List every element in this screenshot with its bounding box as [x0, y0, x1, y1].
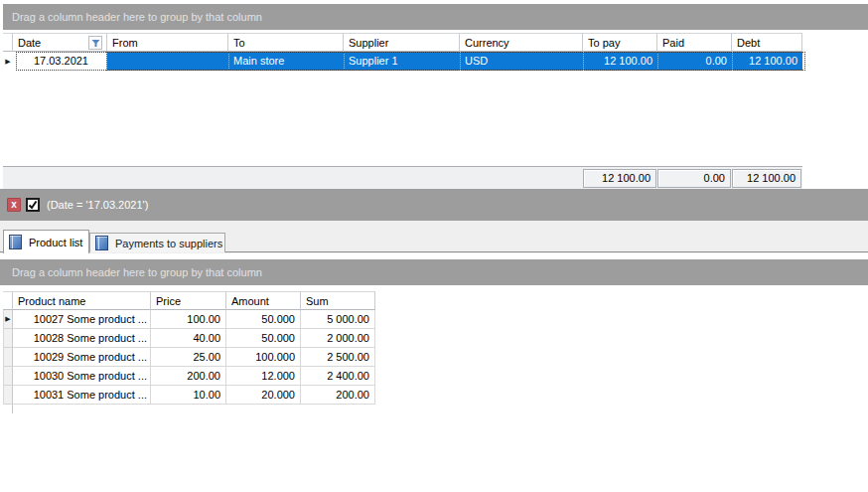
suppliers-row[interactable]: ▶ 17.03.2021 Main store Supplier 1 USD 1…	[3, 52, 802, 71]
filter-enabled-checkbox[interactable]	[26, 198, 40, 212]
products-group-by-panel: Drag a column header here to group by th…	[0, 259, 868, 285]
cell-price[interactable]: 100.00	[151, 310, 226, 329]
app-window: Drag a column header here to group by th…	[0, 0, 868, 492]
cell-product-name[interactable]: 10031 Some product ...	[13, 386, 151, 405]
column-header-to[interactable]: To	[228, 33, 344, 52]
cell-sum[interactable]: 2 500.00	[301, 348, 375, 367]
suppliers-header-row: Date From To Supplier Currency To pay Pa…	[3, 33, 802, 52]
row-indicator-cell: ▶	[3, 52, 13, 71]
funnel-glyph	[90, 38, 101, 49]
filter-expression-text: (Date = '17.03.2021')	[47, 189, 148, 221]
payments-tab-icon	[95, 236, 108, 250]
column-header-supplier[interactable]: Supplier	[344, 33, 460, 52]
row-indicator-cell: ▶	[3, 310, 13, 329]
filter-funnel-icon[interactable]	[88, 36, 102, 50]
column-header-from[interactable]: From	[107, 33, 228, 52]
cell-to-pay[interactable]: 12 100.00	[583, 52, 657, 71]
row-indicator-cell	[3, 367, 13, 386]
cell-sum[interactable]: 2 400.00	[301, 367, 375, 386]
focused-row-arrow-icon: ▶	[5, 315, 10, 323]
summary-debt: 12 100.00	[732, 169, 801, 188]
row-indicator-header	[3, 33, 13, 52]
cell-paid[interactable]: 0.00	[657, 52, 732, 71]
row-indicator-cell	[3, 329, 13, 348]
product-row[interactable]: ▶ 10027 Some product ... 100.00 50.000 5…	[3, 310, 375, 329]
focused-row-arrow-icon: ▶	[5, 58, 10, 66]
suppliers-group-by-panel: Drag a column header here to group by th…	[3, 4, 868, 30]
column-header-sum[interactable]: Sum	[301, 291, 375, 310]
indicator-column-edge	[12, 405, 13, 413]
product-row[interactable]: 10030 Some product ... 200.00 12.000 2 4…	[3, 367, 375, 386]
products-header-row: Product name Price Amount Sum	[3, 291, 375, 310]
cell-currency[interactable]: USD	[460, 52, 583, 71]
cell-product-name[interactable]: 10029 Some product ...	[13, 348, 151, 367]
cell-from[interactable]	[107, 52, 228, 71]
cell-debt[interactable]: 12 100.00	[732, 52, 802, 71]
cell-date[interactable]: 17.03.2021	[13, 52, 107, 71]
tab-payments-label: Payments to suppliers	[115, 238, 222, 249]
cell-amount[interactable]: 50.000	[226, 329, 301, 348]
cell-sum[interactable]: 200.00	[301, 386, 375, 405]
cell-price[interactable]: 25.00	[151, 348, 226, 367]
cell-price[interactable]: 200.00	[151, 367, 226, 386]
cell-sum[interactable]: 2 000.00	[301, 329, 375, 348]
cell-to[interactable]: Main store	[228, 52, 344, 71]
row-indicator-cell	[3, 348, 13, 367]
cell-price[interactable]: 10.00	[151, 386, 226, 405]
product-list-tab-icon	[9, 235, 22, 249]
cell-product-name[interactable]: 10028 Some product ...	[13, 329, 151, 348]
column-header-amount[interactable]: Amount	[226, 291, 301, 310]
filter-panel: x (Date = '17.03.2021')	[0, 189, 868, 221]
column-header-currency[interactable]: Currency	[460, 33, 583, 52]
cell-product-name[interactable]: 10027 Some product ...	[13, 310, 151, 329]
column-header-date[interactable]: Date	[13, 33, 107, 52]
column-header-price[interactable]: Price	[151, 291, 226, 310]
column-header-to-pay[interactable]: To pay	[583, 33, 657, 52]
column-header-paid[interactable]: Paid	[657, 33, 732, 52]
products-row-indicator-header	[3, 291, 13, 310]
cell-price[interactable]: 40.00	[151, 329, 226, 348]
cell-amount[interactable]: 20.000	[226, 386, 301, 405]
checkbox-check-icon	[28, 200, 38, 210]
tab-product-list[interactable]: Product list	[3, 230, 89, 253]
product-row[interactable]: 10031 Some product ... 10.00 20.000 200.…	[3, 386, 375, 405]
cell-amount[interactable]: 100.000	[226, 348, 301, 367]
column-header-debt[interactable]: Debt	[732, 33, 802, 52]
cell-sum[interactable]: 5 000.00	[301, 310, 375, 329]
cell-supplier[interactable]: Supplier 1	[344, 52, 460, 71]
tab-strip: Product list Payments to suppliers	[0, 221, 868, 253]
product-row[interactable]: 10028 Some product ... 40.00 50.000 2 00…	[3, 329, 375, 348]
suppliers-summary-footer: 12 100.00 0.00 12 100.00	[3, 166, 802, 189]
summary-to-pay: 12 100.00	[583, 169, 656, 188]
tab-product-list-label: Product list	[29, 237, 82, 248]
cell-amount[interactable]: 12.000	[226, 367, 301, 386]
column-header-date-label: Date	[18, 37, 41, 49]
summary-paid: 0.00	[657, 169, 731, 188]
cell-product-name[interactable]: 10030 Some product ...	[13, 367, 151, 386]
product-row[interactable]: 10029 Some product ... 25.00 100.000 2 5…	[3, 348, 375, 367]
tab-payments-to-suppliers[interactable]: Payments to suppliers	[89, 233, 225, 252]
column-header-product-name[interactable]: Product name	[13, 291, 151, 310]
cell-amount[interactable]: 50.000	[226, 310, 301, 329]
row-indicator-cell	[3, 386, 13, 405]
filter-close-button[interactable]: x	[7, 198, 21, 212]
